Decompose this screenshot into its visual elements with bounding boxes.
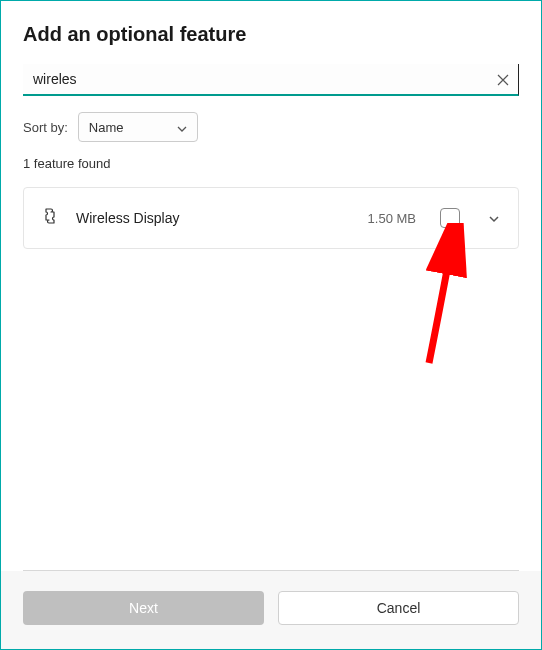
sort-label: Sort by: [23, 120, 68, 135]
dialog-title: Add an optional feature [23, 23, 519, 46]
next-button[interactable]: Next [23, 591, 264, 625]
close-icon [497, 74, 509, 86]
feature-name: Wireless Display [76, 210, 352, 226]
dialog-footer: Next Cancel [1, 571, 541, 649]
feature-checkbox[interactable] [440, 208, 460, 228]
search-input[interactable] [23, 64, 519, 96]
chevron-down-icon [488, 215, 500, 223]
results-count: 1 feature found [23, 156, 519, 171]
cancel-button[interactable]: Cancel [278, 591, 519, 625]
feature-size: 1.50 MB [368, 211, 416, 226]
puzzle-icon [40, 206, 60, 230]
expand-button[interactable] [486, 207, 502, 229]
clear-search-button[interactable] [493, 70, 513, 90]
search-container [23, 64, 519, 96]
chevron-down-icon [177, 120, 187, 135]
sort-row: Sort by: Name [23, 112, 519, 142]
sort-dropdown[interactable]: Name [78, 112, 198, 142]
sort-selected-value: Name [89, 120, 124, 135]
feature-list: Wireless Display 1.50 MB [23, 187, 519, 249]
feature-item[interactable]: Wireless Display 1.50 MB [24, 188, 518, 248]
